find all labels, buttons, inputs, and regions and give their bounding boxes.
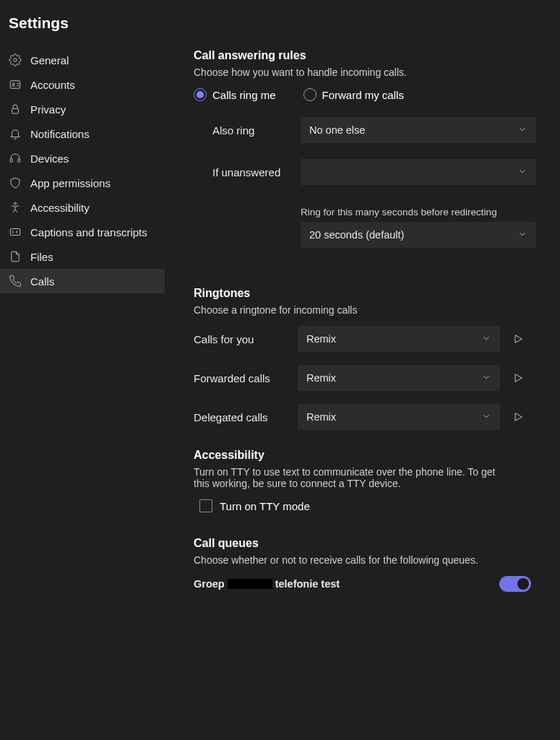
svg-rect-5 bbox=[12, 108, 19, 113]
chevron-down-icon bbox=[517, 229, 527, 241]
sidebar-item-label: Privacy bbox=[30, 103, 66, 116]
ringtone-calls-for-you-select[interactable]: Remix bbox=[298, 326, 500, 352]
svg-rect-6 bbox=[10, 159, 12, 163]
if-unanswered-select[interactable] bbox=[301, 159, 536, 185]
sidebar-item-label: General bbox=[30, 54, 69, 66]
sidebar-item-accessibility[interactable]: Accessibility bbox=[0, 195, 165, 220]
sidebar-item-privacy[interactable]: Privacy bbox=[0, 97, 165, 121]
chevron-down-icon bbox=[481, 333, 491, 345]
svg-marker-10 bbox=[515, 335, 522, 343]
cc-icon bbox=[9, 225, 22, 238]
select-value: Remix bbox=[306, 333, 336, 345]
bell-icon bbox=[9, 127, 22, 140]
main-panel: Call answering rules Choose how you want… bbox=[165, 45, 560, 740]
radio-unchecked-icon bbox=[303, 88, 316, 101]
ringtone-forwarded-select[interactable]: Remix bbox=[298, 365, 500, 391]
headset-icon bbox=[9, 152, 22, 165]
select-value: 20 seconds (default) bbox=[309, 229, 404, 241]
svg-rect-7 bbox=[18, 159, 20, 163]
file-icon bbox=[9, 250, 22, 263]
chevron-down-icon bbox=[517, 124, 527, 137]
ring-seconds-select[interactable]: 20 seconds (default) bbox=[301, 222, 536, 248]
radio-label: Forward my calls bbox=[322, 89, 404, 101]
page-title: Settings bbox=[0, 7, 560, 45]
svg-point-8 bbox=[14, 202, 17, 205]
svg-rect-9 bbox=[10, 229, 20, 236]
sidebar-item-label: Devices bbox=[30, 152, 69, 165]
checkbox-unchecked-icon bbox=[199, 499, 212, 512]
radio-label: Calls ring me bbox=[212, 89, 276, 101]
tty-mode-checkbox[interactable]: Turn on TTY mode bbox=[194, 499, 546, 512]
sidebar-item-label: Notifications bbox=[30, 128, 90, 140]
also-ring-select[interactable]: No one else bbox=[301, 117, 536, 143]
chevron-down-icon bbox=[481, 411, 491, 423]
sidebar-item-accounts[interactable]: Accounts bbox=[0, 72, 165, 97]
ringtone-forwarded-label: Forwarded calls bbox=[194, 372, 288, 384]
sidebar-item-label: Files bbox=[30, 251, 53, 263]
sidebar-item-devices[interactable]: Devices bbox=[0, 146, 165, 171]
sidebar-item-label: App permissions bbox=[30, 177, 111, 189]
radio-forward-calls[interactable]: Forward my calls bbox=[303, 88, 404, 101]
play-ringtone-button[interactable] bbox=[510, 331, 526, 347]
sidebar-item-label: Calls bbox=[30, 275, 54, 288]
phone-icon bbox=[9, 275, 22, 288]
svg-rect-1 bbox=[10, 81, 20, 89]
play-ringtone-button[interactable] bbox=[510, 370, 526, 386]
svg-marker-11 bbox=[515, 374, 522, 382]
sidebar-item-calls[interactable]: Calls bbox=[0, 269, 165, 293]
sidebar-item-notifications[interactable]: Notifications bbox=[0, 121, 165, 146]
select-value: Remix bbox=[306, 411, 336, 423]
redacted-text bbox=[228, 579, 272, 589]
call-queues-title: Call queues bbox=[194, 537, 546, 550]
sidebar-item-general[interactable]: General bbox=[0, 48, 165, 72]
queue-toggle[interactable] bbox=[499, 576, 531, 592]
sidebar-item-label: Accessibility bbox=[30, 202, 90, 214]
ringtones-desc: Choose a ringtone for incoming calls bbox=[194, 304, 546, 316]
also-ring-label: Also ring bbox=[212, 124, 301, 137]
svg-point-0 bbox=[14, 59, 17, 62]
sidebar-item-label: Accounts bbox=[30, 79, 75, 91]
accessibility-person-icon bbox=[9, 201, 22, 214]
svg-marker-12 bbox=[515, 413, 522, 421]
accessibility-desc: Turn on TTY to use text to communicate o… bbox=[194, 466, 504, 489]
play-ringtone-button[interactable] bbox=[510, 409, 526, 425]
chevron-down-icon bbox=[517, 166, 527, 178]
radio-calls-ring-me[interactable]: Calls ring me bbox=[194, 88, 276, 101]
select-value: No one else bbox=[309, 124, 365, 136]
chevron-down-icon bbox=[481, 372, 491, 384]
select-value: Remix bbox=[306, 372, 336, 384]
radio-checked-icon bbox=[194, 88, 207, 101]
call-rules-title: Call answering rules bbox=[194, 49, 546, 62]
call-queues-desc: Choose whether or not to receive calls f… bbox=[194, 554, 546, 566]
accessibility-title: Accessibility bbox=[194, 449, 546, 462]
ringtone-calls-for-you-label: Calls for you bbox=[194, 333, 288, 345]
sidebar-item-captions[interactable]: Captions and transcripts bbox=[0, 220, 165, 244]
sidebar: General Accounts Privacy Notifications bbox=[0, 45, 165, 740]
sidebar-item-files[interactable]: Files bbox=[0, 244, 165, 269]
ringtone-delegated-label: Delegated calls bbox=[194, 411, 288, 423]
sidebar-item-app-permissions[interactable]: App permissions bbox=[0, 171, 165, 195]
if-unanswered-label: If unanswered bbox=[212, 166, 301, 178]
shield-icon bbox=[9, 176, 22, 189]
queue-name: Groep telefonie test bbox=[194, 578, 340, 590]
ring-seconds-helper: Ring for this many seconds before redire… bbox=[301, 207, 546, 218]
ringtone-delegated-select[interactable]: Remix bbox=[298, 404, 500, 430]
lock-icon bbox=[9, 103, 22, 116]
checkbox-label: Turn on TTY mode bbox=[220, 500, 310, 512]
svg-point-2 bbox=[12, 83, 14, 85]
id-card-icon bbox=[9, 78, 22, 91]
ringtones-title: Ringtones bbox=[194, 287, 546, 300]
sidebar-item-label: Captions and transcripts bbox=[30, 226, 147, 238]
gear-icon bbox=[9, 53, 22, 66]
call-rules-desc: Choose how you want to handle incoming c… bbox=[194, 66, 546, 78]
